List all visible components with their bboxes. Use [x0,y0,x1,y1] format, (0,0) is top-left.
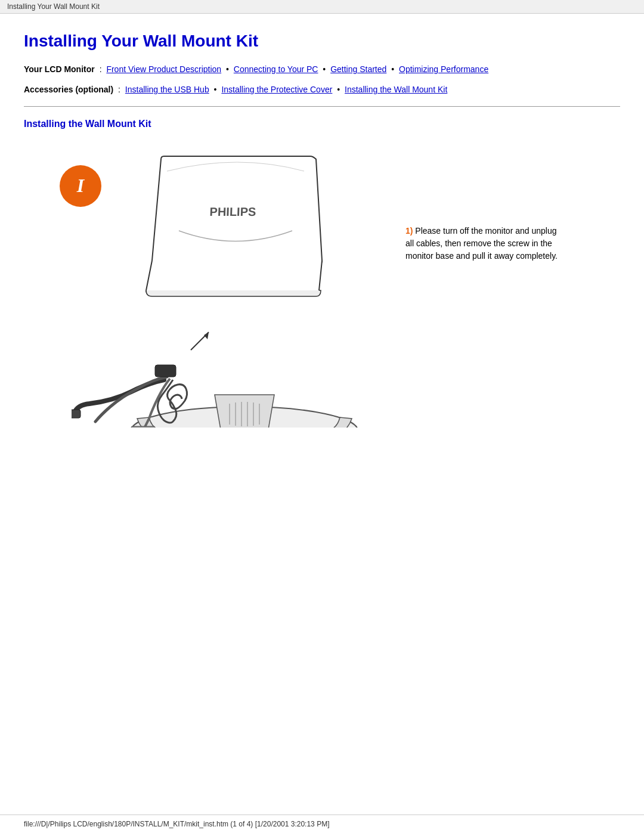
nav-link-front-view[interactable]: Front View Product Description [106,64,221,74]
monitor-illustration: I PHILIPS [24,141,394,428]
section-heading: Installing the Wall Mount Kit [24,119,620,129]
accessories-colon: : [118,85,123,94]
nav-link-optimizing[interactable]: Optimizing Performance [399,64,488,74]
bullet-3: • [391,64,397,74]
bullet-2: • [323,64,328,74]
nav-colon: : [100,64,104,74]
svg-text:PHILIPS: PHILIPS [209,205,256,218]
bullet-5: • [337,85,342,94]
nav-link-getting-started[interactable]: Getting Started [330,64,386,74]
nav-link-wall-mount[interactable]: Installing the Wall Mount Kit [345,85,447,94]
nav-link-protective-cover[interactable]: Installing the Protective Cover [221,85,332,94]
lcd-monitor-nav: Your LCD Monitor : Front View Product De… [24,63,620,76]
page-content: Installing Your Wall Mount Kit Your LCD … [0,14,644,463]
page-title: Installing Your Wall Mount Kit [24,32,620,51]
svg-rect-14 [155,365,176,377]
svg-rect-8 [72,410,80,418]
accessories-label: Accessories (optional) [24,85,113,94]
accessories-nav: Accessories (optional) : Installing the … [24,83,620,96]
step-number: 1) [405,226,413,236]
nav-link-connecting[interactable]: Connecting to Your PC [234,64,318,74]
divider [24,106,620,107]
footer-bar: file:///D|/Philips LCD/english/180P/INST… [0,815,644,833]
monitor-svg-container: PHILIPS [72,147,382,429]
step-description-panel: 1) Please turn off the monitor and unplu… [394,141,561,262]
svg-marker-15 [204,332,209,339]
step-text: Please turn off the monitor and unplug a… [405,226,558,261]
tab-title: Installing Your Wall Mount Kit [7,2,100,11]
lcd-monitor-label: Your LCD Monitor [24,64,95,74]
svg-rect-9 [131,426,155,428]
bullet-1: • [226,64,231,74]
nav-link-usb-hub[interactable]: Installing the USB Hub [125,85,209,94]
diagram-area: I PHILIPS [24,141,620,428]
footer-text: file:///D|/Philips LCD/english/180P/INST… [24,820,329,828]
browser-tab: Installing Your Wall Mount Kit [0,0,644,14]
bullet-4: • [214,85,219,94]
